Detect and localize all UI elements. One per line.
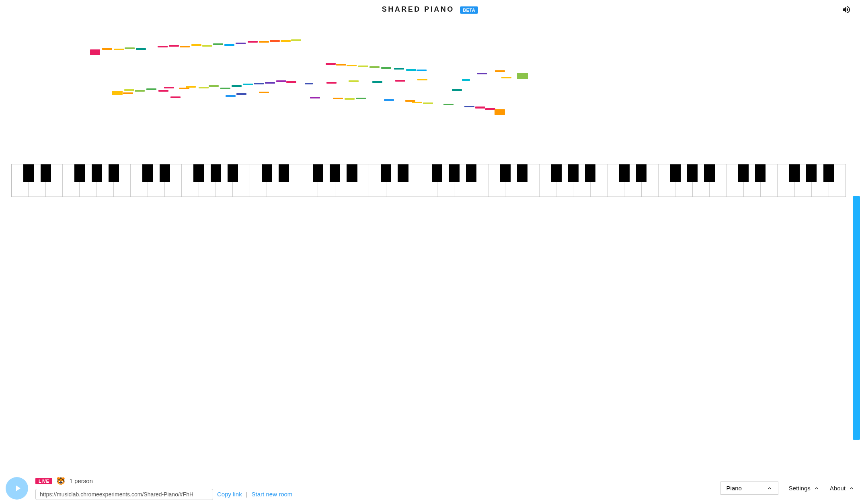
app-title: SHARED PIANO xyxy=(382,5,454,13)
black-key[interactable] xyxy=(381,164,391,182)
note-marker xyxy=(336,64,346,66)
note-marker xyxy=(291,39,301,41)
black-key[interactable] xyxy=(449,164,459,182)
black-key[interactable] xyxy=(466,164,476,182)
black-key[interactable] xyxy=(109,164,119,182)
note-marker xyxy=(485,108,495,110)
black-key[interactable] xyxy=(619,164,630,182)
note-marker xyxy=(423,102,433,104)
black-key[interactable] xyxy=(160,164,170,182)
black-key[interactable] xyxy=(279,164,289,182)
note-marker xyxy=(224,44,234,46)
room-url-input[interactable] xyxy=(35,489,213,500)
black-key[interactable] xyxy=(789,164,800,182)
black-key[interactable] xyxy=(142,164,153,182)
black-key[interactable] xyxy=(687,164,698,182)
black-key[interactable] xyxy=(670,164,681,182)
settings-button[interactable]: Settings xyxy=(789,485,819,492)
about-button[interactable]: About xyxy=(830,485,854,492)
instrument-select[interactable]: Piano xyxy=(720,481,778,495)
black-key[interactable] xyxy=(755,164,766,182)
note-marker xyxy=(349,80,359,82)
black-key[interactable] xyxy=(23,164,34,182)
person-count: 1 person xyxy=(69,477,92,484)
note-marker xyxy=(102,48,112,50)
header: SHARED PIANO BETA xyxy=(0,0,860,19)
volume-icon[interactable] xyxy=(842,5,851,14)
copy-link-button[interactable]: Copy link xyxy=(217,491,242,498)
note-marker xyxy=(381,67,391,69)
black-key[interactable] xyxy=(500,164,510,182)
play-button[interactable] xyxy=(6,477,28,500)
black-key[interactable] xyxy=(41,164,51,182)
note-marker xyxy=(170,96,181,98)
black-key[interactable] xyxy=(636,164,647,182)
note-marker xyxy=(356,98,366,99)
live-badge: LIVE xyxy=(35,478,52,484)
note-marker xyxy=(326,63,336,65)
black-key[interactable] xyxy=(704,164,714,182)
note-marker xyxy=(495,70,505,72)
black-key[interactable] xyxy=(347,164,357,182)
note-marker xyxy=(114,49,124,50)
note-marker xyxy=(232,85,242,87)
black-key[interactable] xyxy=(823,164,834,182)
settings-label: Settings xyxy=(789,485,811,492)
note-marker xyxy=(209,85,219,87)
note-marker xyxy=(259,92,269,93)
title-wrap: SHARED PIANO BETA xyxy=(382,5,478,14)
note-marker xyxy=(517,73,528,79)
note-marker xyxy=(394,68,404,70)
black-key[interactable] xyxy=(398,164,408,182)
note-marker xyxy=(417,79,427,80)
note-marker xyxy=(146,88,156,90)
note-marker xyxy=(236,93,246,95)
black-key[interactable] xyxy=(262,164,272,182)
black-key[interactable] xyxy=(313,164,323,182)
note-marker xyxy=(333,98,343,99)
black-key[interactable] xyxy=(228,164,238,182)
note-marker xyxy=(443,104,454,105)
note-marker xyxy=(199,87,209,88)
user-avatar[interactable]: 🐯 xyxy=(56,477,65,486)
note-marker xyxy=(180,46,190,47)
note-marker xyxy=(124,89,134,91)
note-marker xyxy=(501,77,511,78)
chevron-up-icon xyxy=(814,486,819,491)
note-marker xyxy=(475,107,485,109)
black-key[interactable] xyxy=(432,164,442,182)
black-key[interactable] xyxy=(568,164,579,182)
note-marker xyxy=(259,41,269,43)
black-key[interactable] xyxy=(74,164,85,182)
black-key[interactable] xyxy=(330,164,340,182)
note-marker xyxy=(270,40,280,42)
black-key[interactable] xyxy=(585,164,595,182)
black-key[interactable] xyxy=(806,164,817,182)
note-marker xyxy=(452,89,462,91)
about-label: About xyxy=(830,485,846,492)
start-new-room-button[interactable]: Start new room xyxy=(252,491,293,498)
note-marker xyxy=(158,90,168,92)
note-marker xyxy=(372,81,382,83)
black-key[interactable] xyxy=(517,164,527,182)
note-canvas[interactable] xyxy=(0,19,860,472)
note-marker xyxy=(417,70,427,71)
note-marker xyxy=(226,95,236,97)
note-marker xyxy=(236,43,246,44)
note-marker xyxy=(135,90,145,92)
scroll-indicator[interactable] xyxy=(853,196,860,440)
black-key[interactable] xyxy=(738,164,749,182)
chevron-up-icon xyxy=(767,486,772,491)
note-marker xyxy=(369,66,380,68)
note-marker xyxy=(112,91,123,95)
note-marker xyxy=(384,99,394,101)
note-marker xyxy=(477,73,487,74)
note-marker xyxy=(305,83,313,84)
black-key[interactable] xyxy=(92,164,102,182)
black-key[interactable] xyxy=(211,164,221,182)
black-key[interactable] xyxy=(551,164,561,182)
note-marker xyxy=(164,87,174,88)
piano-keyboard[interactable] xyxy=(11,164,846,197)
note-marker xyxy=(406,69,416,71)
black-key[interactable] xyxy=(193,164,204,182)
